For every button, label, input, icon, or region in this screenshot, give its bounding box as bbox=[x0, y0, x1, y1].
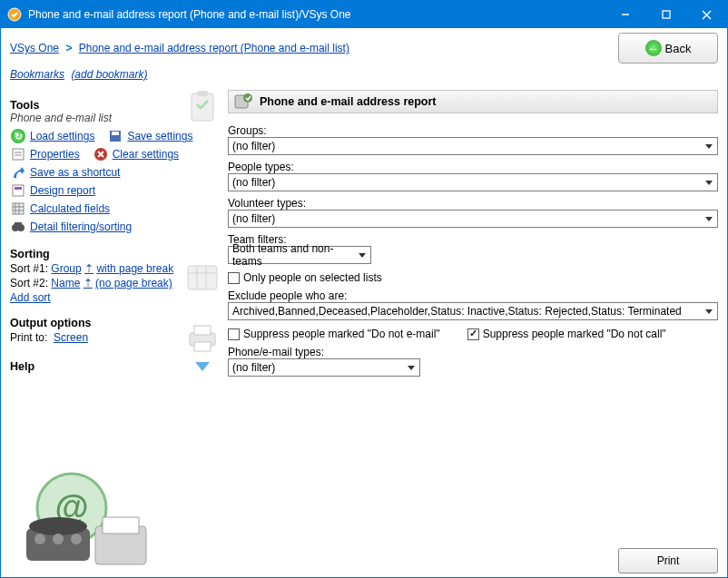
svg-point-42 bbox=[243, 93, 252, 103]
suppress-call-checkbox[interactable] bbox=[467, 328, 479, 340]
breadcrumb-row: VSys One > Phone and e-mail address repo… bbox=[1, 28, 727, 68]
phone-email-illustration-icon: @ bbox=[17, 463, 153, 572]
breadcrumb-root[interactable]: VSys One bbox=[10, 42, 59, 54]
app-icon bbox=[6, 6, 23, 23]
back-button-label: Back bbox=[665, 42, 692, 55]
sort1-prefix: Sort #1: bbox=[10, 262, 51, 275]
groups-label: Groups: bbox=[228, 124, 718, 137]
tools-row-shortcut: Save as a shortcut bbox=[10, 164, 219, 181]
clear-settings-link[interactable]: Clear settings bbox=[113, 148, 179, 161]
exclude-label: Exclude people who are: bbox=[228, 289, 718, 302]
window-title: Phone and e-mail address report (Phone a… bbox=[28, 8, 605, 21]
help-row: Help bbox=[10, 360, 219, 373]
tools-row-calc: Calculated fields bbox=[10, 201, 219, 217]
svg-rect-31 bbox=[194, 342, 211, 351]
svg-point-35 bbox=[29, 517, 87, 535]
sort1-field[interactable]: Group bbox=[51, 262, 81, 275]
help-header: Help bbox=[10, 360, 34, 373]
maximize-button[interactable] bbox=[645, 1, 686, 28]
back-arrow-icon: ← bbox=[645, 40, 662, 56]
back-button[interactable]: ← Back bbox=[618, 33, 718, 64]
groups-dropdown[interactable]: (no filter) bbox=[228, 137, 718, 155]
calendar-illustration-icon bbox=[184, 259, 221, 295]
vtypes-dropdown[interactable]: (no filter) bbox=[228, 210, 718, 228]
tools-row-filtering: Detail filtering/sorting bbox=[10, 219, 219, 235]
tools-row-design: Design report bbox=[10, 182, 219, 199]
pe-types-dropdown[interactable]: (no filter) bbox=[228, 358, 420, 377]
right-pane: Phone and e-mail address report Groups: … bbox=[224, 86, 727, 578]
only-lists-label: Only people on selected lists bbox=[243, 271, 382, 284]
report-title: Phone and e-mail address report bbox=[260, 95, 437, 108]
sort1-break[interactable]: with page break bbox=[96, 262, 173, 275]
save-shortcut-link[interactable]: Save as a shortcut bbox=[30, 166, 120, 179]
suppress-email-label: Suppress people marked "Do not e-mail" bbox=[243, 328, 440, 340]
add-bookmark-link[interactable]: (add bookmark) bbox=[71, 68, 147, 81]
body: Tools Phone and e-mail list ↻ Load setti… bbox=[1, 86, 727, 578]
sort2-break[interactable]: (no page break) bbox=[95, 277, 172, 289]
title-bar: Phone and e-mail address report (Phone a… bbox=[1, 1, 727, 28]
print-button[interactable]: Print bbox=[618, 548, 718, 573]
close-button[interactable] bbox=[686, 1, 727, 28]
ptypes-label: People types: bbox=[228, 161, 718, 173]
window-buttons bbox=[605, 1, 727, 28]
vtypes-label: Volunteer types: bbox=[228, 197, 718, 210]
pe-types-label: Phone/e-mail types: bbox=[228, 346, 718, 358]
minimize-button[interactable] bbox=[605, 1, 645, 28]
add-sort-link[interactable]: Add sort bbox=[10, 291, 51, 304]
team-dropdown[interactable]: Both teams and non-teams bbox=[228, 246, 371, 264]
svg-point-37 bbox=[53, 534, 64, 544]
svg-rect-25 bbox=[188, 266, 217, 289]
report-header: Phone and e-mail address report bbox=[228, 90, 718, 113]
svg-rect-8 bbox=[112, 132, 119, 135]
suppress-email-checkbox[interactable] bbox=[228, 328, 240, 340]
bookmarks-link[interactable]: Bookmarks bbox=[10, 68, 64, 81]
design-icon bbox=[10, 182, 26, 199]
only-lists-row: Only people on selected lists bbox=[228, 271, 718, 284]
design-report-link[interactable]: Design report bbox=[30, 184, 95, 197]
pe-types-value: (no filter) bbox=[232, 361, 275, 374]
print-to-label: Print to: bbox=[10, 331, 47, 344]
sort2-prefix: Sort #2: bbox=[10, 277, 51, 289]
binoculars-icon bbox=[10, 219, 26, 235]
properties-icon bbox=[10, 146, 26, 162]
svg-rect-40 bbox=[103, 517, 139, 534]
suppress-call-row: Suppress people marked "Do not call" bbox=[467, 328, 666, 340]
printer-illustration-icon bbox=[184, 320, 221, 357]
tools-row-propclear: Properties Clear settings bbox=[10, 146, 219, 162]
svg-point-38 bbox=[71, 534, 82, 544]
report-header-icon bbox=[234, 92, 254, 113]
svg-rect-15 bbox=[13, 185, 24, 196]
detail-filtering-link[interactable]: Detail filtering/sorting bbox=[30, 220, 132, 233]
svg-rect-2 bbox=[663, 11, 670, 18]
svg-rect-6 bbox=[197, 91, 208, 96]
team-value: Both teams and non-teams bbox=[232, 242, 354, 268]
load-icon: ↻ bbox=[10, 128, 26, 144]
save-settings-link[interactable]: Save settings bbox=[127, 130, 192, 142]
groups-value: (no filter) bbox=[232, 140, 275, 152]
exclude-dropdown[interactable]: Archived,Banned,Deceased,Placeholder,Sta… bbox=[228, 302, 718, 320]
ptypes-value: (no filter) bbox=[232, 176, 275, 189]
save-icon bbox=[107, 128, 123, 144]
sort2-field[interactable]: Name bbox=[51, 277, 80, 289]
bookmark-row: Bookmarks (add bookmark) bbox=[1, 68, 727, 86]
ptypes-dropdown[interactable]: (no filter) bbox=[228, 173, 718, 191]
breadcrumb-sep: > bbox=[65, 42, 72, 54]
sort2-dir-icon[interactable]: ⇡ bbox=[84, 277, 93, 289]
load-settings-link[interactable]: Load settings bbox=[30, 130, 94, 142]
breadcrumb-current[interactable]: Phone and e-mail address report (Phone a… bbox=[79, 42, 349, 54]
help-expand-icon[interactable] bbox=[195, 362, 210, 371]
footer-row: Print bbox=[228, 539, 718, 573]
print-to-value[interactable]: Screen bbox=[54, 331, 88, 344]
clipboard-illustration-icon bbox=[184, 88, 221, 124]
sort1-dir-icon[interactable]: ⇡ bbox=[84, 262, 93, 275]
svg-rect-24 bbox=[15, 222, 22, 226]
svg-rect-16 bbox=[15, 187, 22, 190]
suppress-call-label: Suppress people marked "Do not call" bbox=[483, 328, 666, 340]
exclude-value: Archived,Banned,Deceased,Placeholder,Sta… bbox=[232, 305, 682, 318]
calculated-fields-link[interactable]: Calculated fields bbox=[30, 202, 110, 215]
svg-point-36 bbox=[34, 534, 45, 544]
tools-row-loadsave: ↻ Load settings Save settings bbox=[10, 128, 219, 144]
only-lists-checkbox[interactable] bbox=[228, 272, 240, 284]
clear-icon bbox=[93, 146, 109, 162]
properties-link[interactable]: Properties bbox=[30, 148, 80, 161]
